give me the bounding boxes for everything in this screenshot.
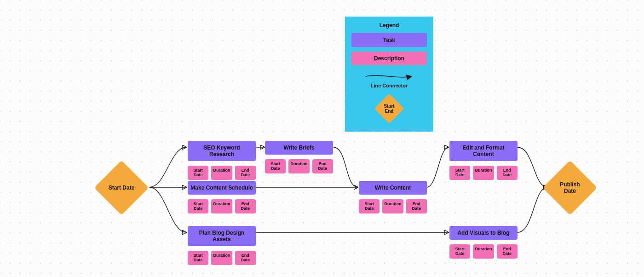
publish-diamond[interactable]: Publish Date [543, 161, 597, 215]
task-schedule-start: Start Date [188, 199, 208, 214]
task-visuals-duration: Duration [473, 244, 494, 259]
task-write[interactable]: Write Content Start Date Duration End Da… [359, 181, 427, 214]
task-write-start: Start Date [359, 199, 380, 214]
task-write-title: Write Content [359, 181, 427, 195]
task-visuals-end: End Date [497, 244, 518, 259]
task-schedule-end: End Date [235, 199, 256, 214]
task-seo-end: End Date [235, 166, 256, 180]
legend-start-end-diamond: Start End [374, 94, 404, 123]
task-visuals[interactable]: Add Visuals to Blog Start Date Duration … [449, 226, 518, 259]
legend-task-swatch: Task [351, 33, 427, 47]
start-diamond-label: Start Date [109, 185, 135, 191]
task-seo-start: Start Date [188, 166, 208, 180]
task-briefs-end: End Date [312, 159, 333, 173]
arrow-icon [364, 72, 414, 81]
task-plan-title: Plan Blog Design Assets [188, 226, 256, 246]
task-visuals-start: Start Date [449, 244, 470, 259]
task-plan-end: End Date [235, 251, 256, 265]
task-schedule-duration: Duration [211, 199, 232, 214]
task-schedule[interactable]: Make Content Schedule Start Date Duratio… [188, 181, 256, 214]
start-diamond[interactable]: Start Date [94, 161, 149, 215]
task-schedule-title: Make Content Schedule [188, 181, 256, 195]
task-briefs-duration: Duration [288, 159, 309, 173]
task-edit[interactable]: Edit and Format Content Start Date Durat… [449, 141, 518, 180]
task-plan-start: Start Date [188, 251, 208, 265]
publish-diamond-label: Publish Date [560, 181, 580, 195]
task-edit-start: Start Date [449, 166, 470, 180]
legend-connector-label: Line Connector [371, 83, 408, 88]
task-briefs-title: Write Briefs [265, 141, 333, 155]
task-write-duration: Duration [382, 199, 403, 214]
task-edit-end: End Date [497, 166, 518, 180]
legend-connector-sample: Line Connector [351, 72, 427, 88]
legend-start-end-label: Start End [384, 104, 395, 114]
task-seo-duration: Duration [211, 166, 232, 180]
task-write-end: End Date [406, 199, 427, 214]
legend-description-swatch: Description [351, 52, 427, 65]
task-edit-title: Edit and Format Content [449, 141, 518, 161]
task-plan-duration: Duration [211, 251, 232, 265]
legend-title: Legend [351, 22, 427, 29]
legend-panel[interactable]: Legend Task Description Line Connector S… [345, 17, 433, 132]
task-briefs[interactable]: Write Briefs Start Date Duration End Dat… [265, 141, 333, 173]
task-plan[interactable]: Plan Blog Design Assets Start Date Durat… [188, 226, 256, 265]
task-edit-duration: Duration [473, 166, 494, 180]
task-visuals-title: Add Visuals to Blog [449, 226, 518, 240]
connector-layer [0, 0, 644, 277]
task-briefs-start: Start Date [265, 159, 286, 173]
task-seo-title: SEO Keyword Research [188, 141, 256, 161]
task-seo[interactable]: SEO Keyword Research Start Date Duration… [188, 141, 256, 180]
